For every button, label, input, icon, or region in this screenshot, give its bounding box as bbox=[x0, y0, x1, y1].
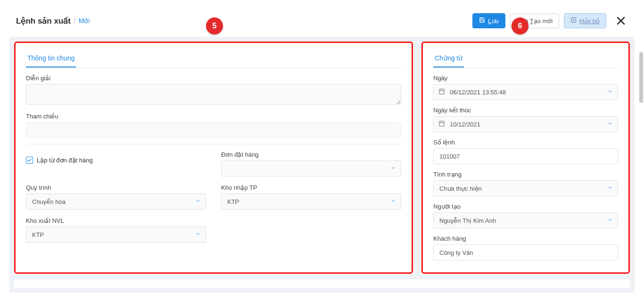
body: Thông tin chung Diễn giải Tham chiếu bbox=[9, 37, 635, 293]
chevron-down-icon bbox=[607, 121, 613, 128]
order-label: Đơn đặt hàng bbox=[221, 151, 401, 158]
creator-label: Người tạo bbox=[433, 203, 618, 210]
save-button[interactable]: Lưu bbox=[472, 13, 505, 28]
field-reference: Tham chiếu bbox=[26, 113, 401, 137]
annotation-badge-6: 6 bbox=[512, 17, 528, 34]
order-select[interactable] bbox=[221, 160, 401, 177]
chevron-down-icon bbox=[195, 231, 201, 238]
date-select[interactable]: 06/12/2021 13:55:48 bbox=[433, 84, 618, 100]
customer-label: Khách hàng bbox=[433, 235, 618, 242]
calendar-icon bbox=[438, 120, 445, 128]
breadcrumb-sep: / bbox=[74, 16, 76, 25]
from-order-checkbox-row: Lập từ đơn đặt hàng bbox=[26, 152, 206, 168]
chevron-down-icon bbox=[390, 198, 396, 205]
header-actions: Lưu u và Tạo mới Hủy bỏ bbox=[472, 13, 628, 28]
warehouse-out-label: Kho xuất NVL bbox=[26, 217, 206, 224]
description-input[interactable] bbox=[26, 84, 401, 105]
chevron-down-icon bbox=[607, 217, 613, 224]
save-label-u: L bbox=[488, 17, 491, 25]
cancel-button[interactable]: Hủy bỏ bbox=[564, 13, 606, 28]
customer-input[interactable] bbox=[433, 244, 618, 261]
process-select[interactable]: Chuyển hóa bbox=[26, 194, 206, 210]
end-date-value: 10/12/2021 bbox=[450, 121, 480, 128]
reference-input[interactable] bbox=[26, 122, 401, 137]
breadcrumb-root[interactable]: Lệnh sản xuất bbox=[16, 16, 71, 26]
svg-rect-5 bbox=[439, 89, 445, 94]
status-label: Tình trạng bbox=[433, 171, 618, 178]
end-date-select[interactable]: 10/12/2021 bbox=[433, 116, 618, 132]
creator-select[interactable]: Nguyễn Thị Kim Anh bbox=[433, 212, 618, 228]
annotation-badge-5: 5 bbox=[206, 17, 223, 34]
chevron-down-icon bbox=[607, 89, 613, 96]
order-no-label: Số lệnh bbox=[433, 139, 618, 146]
breadcrumb-current: Mới bbox=[79, 17, 90, 25]
warehouse-in-label: Kho nhập TP bbox=[221, 184, 401, 191]
field-description: Diễn giải bbox=[26, 75, 401, 106]
tab-document[interactable]: Chứng từ bbox=[433, 51, 464, 67]
divider bbox=[26, 144, 401, 144]
warehouse-in-value: KTP bbox=[227, 198, 239, 205]
end-date-label: Ngày kết thúc bbox=[433, 107, 618, 114]
date-label: Ngày bbox=[433, 75, 618, 82]
order-no-input[interactable] bbox=[433, 148, 618, 164]
warehouse-out-value: KTP bbox=[32, 231, 44, 238]
process-label: Quy trình bbox=[26, 184, 206, 191]
header: Lệnh sản xuất / Mới Lưu u và Tạo mới Hủy… bbox=[0, 0, 644, 37]
footer-strip bbox=[14, 279, 630, 288]
close-button[interactable] bbox=[614, 14, 628, 28]
status-value: Chưa thực hiện bbox=[439, 185, 482, 192]
save-icon bbox=[479, 17, 485, 25]
from-order-checkbox[interactable] bbox=[26, 157, 33, 164]
from-order-label: Lập từ đơn đặt hàng bbox=[37, 157, 93, 164]
calendar-icon bbox=[438, 88, 445, 96]
creator-value: Nguyễn Thị Kim Anh bbox=[439, 217, 496, 224]
date-value: 06/12/2021 13:55:48 bbox=[450, 89, 506, 96]
description-label: Diễn giải bbox=[26, 75, 401, 82]
cancel-label: Hủy bỏ bbox=[579, 17, 600, 25]
cancel-icon bbox=[570, 17, 577, 25]
breadcrumb: Lệnh sản xuất / Mới bbox=[16, 16, 90, 26]
chevron-down-icon bbox=[195, 198, 201, 205]
status-select[interactable]: Chưa thực hiện bbox=[433, 180, 618, 196]
tab-general-info[interactable]: Thông tin chung bbox=[26, 51, 76, 67]
save-label: ưu bbox=[492, 17, 499, 25]
vertical-scrollbar[interactable] bbox=[639, 52, 643, 103]
process-value: Chuyển hóa bbox=[32, 198, 66, 205]
svg-rect-9 bbox=[439, 121, 445, 126]
chevron-down-icon bbox=[607, 185, 613, 192]
warehouse-out-select[interactable]: KTP bbox=[26, 227, 206, 243]
document-panel: Chứng từ Ngày 06/12/2021 13:55:48 Ngày k… bbox=[421, 42, 630, 274]
reference-label: Tham chiếu bbox=[26, 113, 401, 120]
chevron-down-icon bbox=[390, 165, 396, 172]
warehouse-in-select[interactable]: KTP bbox=[221, 194, 401, 210]
general-info-panel: Thông tin chung Diễn giải Tham chiếu bbox=[14, 42, 413, 274]
